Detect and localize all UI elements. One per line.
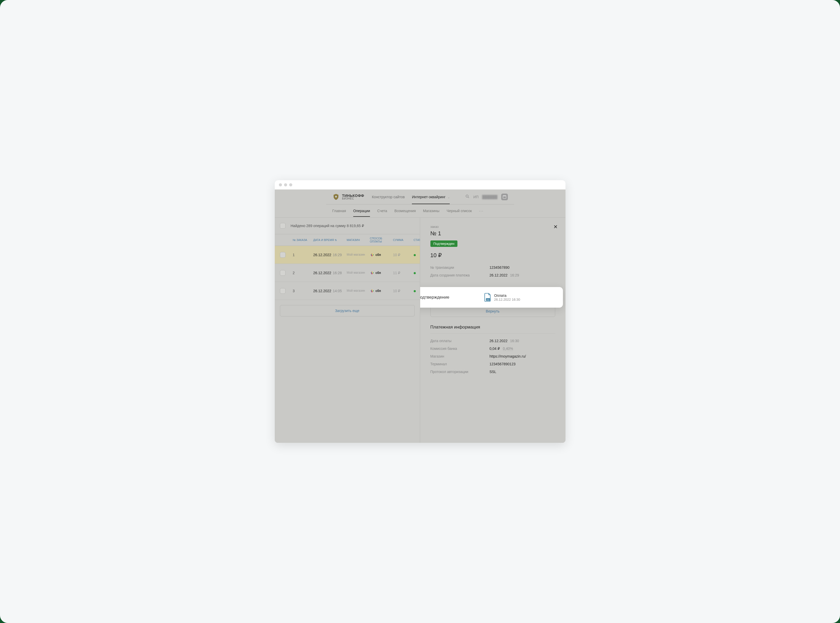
pay-date: 26.12.2022 [490,339,508,343]
row-checkbox[interactable] [280,252,286,258]
created-label: Дата создания платежа [430,273,490,277]
fee-pct[interactable]: 0,40% [503,347,513,351]
order-details-panel: ✕ заказ № 1 Подтвержден 10 ₽ № транзакци… [420,218,566,443]
pdf-sub: 26.12.2022 16:30 [494,298,520,301]
user-prefix: ИП [473,195,479,199]
terminal-value: 1234567890123 [490,362,516,366]
cell-method: сбп [370,270,390,275]
confirmation-title: Подтверждение [420,295,484,300]
table-row[interactable]: 1 26.12.202216:29 Мой магазин сбп 10 ₽ [275,246,420,264]
pdf-icon: PDF [484,293,492,302]
window-chrome [275,180,566,189]
pdf-title: Оплата [494,293,520,298]
cell-sum: 10 ₽ [393,289,411,293]
browser-window: ТИНЬКОФФ БИЗНЕС Конструктор сайтов Интер… [275,180,566,443]
cell-sum: 11 ₽ [393,271,411,275]
topnav-acquiring[interactable]: Интернет-эквайринг ⌄ [412,195,450,204]
svg-text:PDF: PDF [487,299,490,301]
cell-order: 2 [293,271,311,275]
load-more-button[interactable]: Загрузить еще [280,305,415,316]
fee-value: 0,04 ₽ [490,347,500,351]
pay-time: 16:30 [510,339,519,343]
chevron-down-icon: ⌄ [448,196,450,199]
cell-time: 16:28 [333,271,342,275]
window-dot[interactable] [279,183,282,186]
sbp-label: сбп [376,253,381,257]
brand-line2: БИЗНЕС [342,198,364,200]
brand[interactable]: ТИНЬКОФФ БИЗНЕС [332,193,364,201]
cell-date: 26.12.2022 [314,289,331,293]
tab-operations[interactable]: Операции [353,209,370,213]
svg-point-0 [335,196,337,198]
summary-row: Найдено 289 операций на сумму 8 819,65 ₽ [275,218,420,234]
created-date: 26.12.2022 [490,273,508,277]
status-badge: Подтвержден [430,241,458,247]
content: Найдено 289 операций на сумму 8 819,65 ₽… [275,217,566,443]
cell-time: 14:05 [333,289,342,293]
txn-value: 1234567890 [490,265,510,270]
avatar[interactable] [501,193,508,200]
proto-value: SSL [490,370,496,374]
col-shop[interactable]: МАГАЗИН [347,238,367,241]
tab-shops[interactable]: Магазины [423,209,439,213]
user-name-redacted: ██████ [482,195,497,199]
window-dot[interactable] [289,183,292,186]
txn-label: № транзакции [430,265,490,270]
terminal-label: Терминал [430,362,490,366]
topnav-acquiring-label: Интернет-эквайринг [412,195,445,199]
svg-line-2 [468,197,469,198]
sbp-icon [370,253,375,257]
svg-point-1 [466,195,468,197]
operations-panel: Найдено 289 операций на сумму 8 819,65 ₽… [275,218,420,443]
sbp-icon [370,270,375,275]
cell-time: 16:29 [333,253,342,257]
brand-shield-icon [332,193,340,201]
cell-order: 1 [293,253,311,257]
col-status[interactable]: СТАТУС [414,238,420,241]
tab-more-icon[interactable]: ··· [479,209,483,213]
summary-text: Найдено 289 операций на сумму 8 819,65 ₽ [291,224,364,228]
search-icon[interactable] [465,194,470,199]
window-dot[interactable] [284,183,287,186]
status-dot-icon [414,254,416,256]
created-time: 16:29 [510,273,519,277]
tab-blacklist[interactable]: Черный список [447,209,472,213]
pdf-download[interactable]: PDF Оплата 26.12.2022 16:30 [484,293,520,302]
pay-date-label: Дата оплаты [430,339,490,343]
table-row[interactable]: 3 26.12.202214:05 Мой магазин сбп 10 ₽ [275,282,420,300]
confirmation-card: Подтверждение PDF Оплата 26.12.2022 16:3… [420,287,563,308]
status-dot-icon [414,290,416,292]
cell-method: сбп [370,288,390,293]
tab-invoices[interactable]: Счета [377,209,387,213]
table-row[interactable]: 2 26.12.202216:28 Мой магазин сбп 11 ₽ [275,264,420,282]
topbar: ТИНЬКОФФ БИЗНЕС Конструктор сайтов Интер… [326,189,514,204]
topnav-site-builder[interactable]: Конструктор сайтов [372,195,405,199]
row-checkbox[interactable] [280,288,286,294]
close-icon[interactable]: ✕ [553,224,558,230]
sbp-label: сбп [376,289,381,293]
tab-home[interactable]: Главная [332,209,346,213]
section-payment-info: Платежная информация [430,325,555,334]
app-root: ТИНЬКОФФ БИЗНЕС Конструктор сайтов Интер… [275,189,566,443]
fee-label: Комиссия банка [430,347,490,351]
row-checkbox[interactable] [280,270,286,276]
cell-shop: Мой магазин [347,289,367,292]
select-all-checkbox[interactable] [280,223,286,229]
table-header: № ЗАКАЗА ДАТА И ВРЕМЯ МАГАЗИН СПОСОБ ОПЛ… [275,234,420,246]
shop-label: Магазин [430,354,490,358]
cell-date: 26.12.2022 [314,271,331,275]
sbp-icon [370,288,375,293]
order-label: заказ [430,225,555,229]
subnav: Главная Операции Счета Возмещения Магази… [326,204,514,217]
status-dot-icon [414,272,416,274]
col-sum[interactable]: СУММА [393,238,411,241]
proto-label: Протокол авторизации [430,370,490,374]
tab-refunds[interactable]: Возмещения [395,209,416,213]
col-pay-method[interactable]: СПОСОБ ОПЛАТЫ [370,237,390,243]
cell-shop: Мой магазин [347,253,367,256]
sbp-label: сбп [376,271,381,275]
shop-value: https://moymagazin.ru/ [490,354,526,358]
col-datetime[interactable]: ДАТА И ВРЕМЯ [314,238,344,241]
col-order-no[interactable]: № ЗАКАЗА [293,238,311,241]
cell-order: 3 [293,289,311,293]
